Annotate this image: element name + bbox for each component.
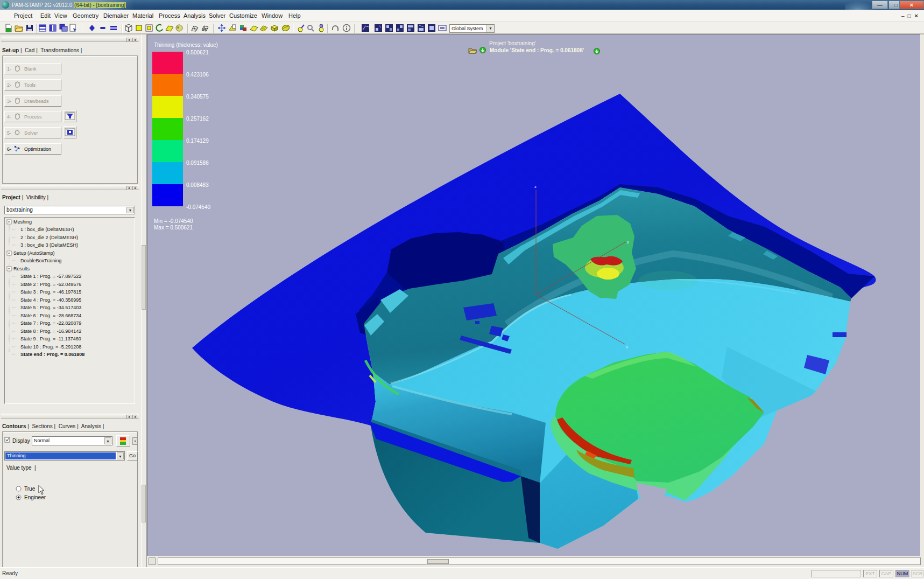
svg-text:x: x [626, 345, 628, 350]
svg-text:y: y [627, 239, 629, 244]
svg-text:z: z [534, 184, 537, 189]
